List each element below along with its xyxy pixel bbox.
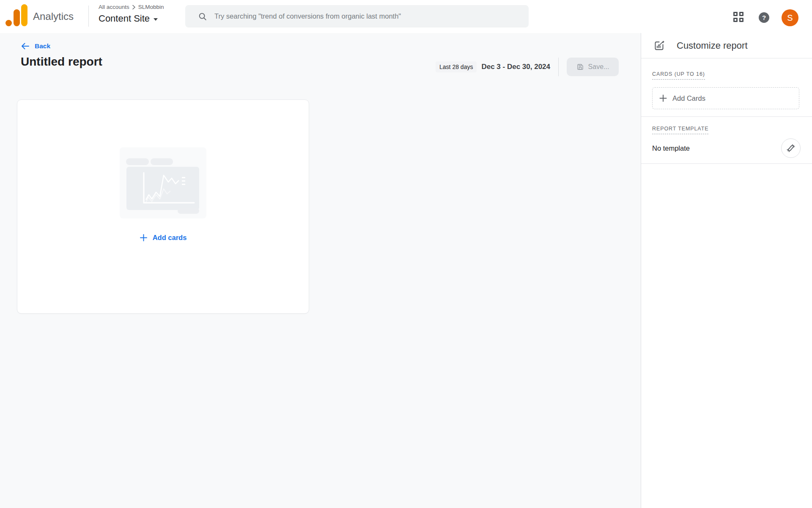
- save-icon: [576, 63, 584, 71]
- illustration-pill: [126, 158, 149, 165]
- link-off-icon: [786, 143, 796, 153]
- back-label: Back: [35, 42, 50, 50]
- panel-header: Customize report: [641, 33, 812, 58]
- plus-icon: [659, 94, 667, 102]
- template-section: REPORT TEMPLATE No template: [641, 117, 812, 163]
- search-icon: [198, 12, 207, 21]
- add-cards-button[interactable]: Add Cards: [652, 87, 799, 109]
- report-canvas-area: Back Untitled report Last 28 days Dec 3 …: [0, 33, 641, 508]
- save-button[interactable]: Save...: [567, 58, 619, 76]
- customize-report-panel: Customize report CARDS (UP TO 16) Add Ca…: [641, 33, 812, 508]
- property-name: Content Site: [99, 12, 150, 25]
- global-search[interactable]: [185, 5, 529, 28]
- top-app-bar: Analytics All accounts SLMobbin Content …: [0, 0, 812, 33]
- illustration-pill: [178, 208, 199, 214]
- breadcrumb-property-group[interactable]: SLMobbin: [138, 3, 164, 11]
- help-icon[interactable]: ?: [759, 12, 769, 23]
- apps-grid-icon[interactable]: [733, 12, 743, 22]
- customize-report-icon: [653, 40, 665, 51]
- template-section-label[interactable]: REPORT TEMPLATE: [652, 126, 708, 134]
- google-analytics-logo-icon: [5, 4, 28, 26]
- date-range-value[interactable]: Dec 3 - Dec 30, 2024: [481, 63, 550, 71]
- template-value: No template: [652, 144, 690, 152]
- add-cards-label: Add cards: [153, 234, 187, 242]
- dropdown-caret-icon: [154, 18, 158, 21]
- grid-square: [733, 12, 738, 16]
- save-label: Save...: [588, 63, 609, 71]
- back-arrow-icon: [21, 43, 29, 50]
- toolbar-separator: [558, 58, 559, 76]
- avatar[interactable]: S: [782, 9, 798, 26]
- breadcrumb-account[interactable]: All accounts: [99, 3, 129, 11]
- illustration-pill: [151, 158, 173, 165]
- topbar-divider: [88, 6, 89, 27]
- property-selector[interactable]: Content Site: [99, 12, 164, 25]
- grid-square: [733, 18, 738, 22]
- illustration-chart: [126, 167, 199, 210]
- illustration-chart-lines: [126, 167, 199, 210]
- product-name: Analytics: [33, 10, 74, 23]
- empty-report-card: Add cards: [17, 99, 309, 314]
- panel-divider: [641, 163, 812, 164]
- add-cards-button-label: Add Cards: [672, 94, 705, 102]
- cards-section-label[interactable]: CARDS (UP TO 16): [652, 71, 705, 80]
- breadcrumb: All accounts SLMobbin: [99, 3, 164, 11]
- date-toolbar: Last 28 days Dec 3 - Dec 30, 2024 Save..…: [436, 57, 619, 77]
- account-switcher[interactable]: All accounts SLMobbin Content Site: [99, 3, 164, 25]
- back-button[interactable]: Back: [21, 42, 50, 50]
- page-title: Untitled report: [21, 54, 102, 69]
- breadcrumb-separator-icon: [132, 5, 136, 10]
- plus-icon: [140, 234, 148, 242]
- empty-report-illustration: [120, 147, 206, 218]
- cards-section: CARDS (UP TO 16) Add Cards: [641, 58, 812, 116]
- analytics-app: Analytics All accounts SLMobbin Content …: [0, 0, 812, 508]
- grid-square: [739, 18, 743, 22]
- search-input[interactable]: [214, 12, 520, 20]
- panel-title: Customize report: [677, 40, 748, 51]
- grid-square: [739, 12, 743, 16]
- date-preset-chip[interactable]: Last 28 days: [436, 61, 477, 72]
- unlink-template-button[interactable]: [781, 138, 801, 158]
- template-row: No template: [652, 138, 801, 158]
- add-cards-link[interactable]: Add cards: [17, 234, 309, 242]
